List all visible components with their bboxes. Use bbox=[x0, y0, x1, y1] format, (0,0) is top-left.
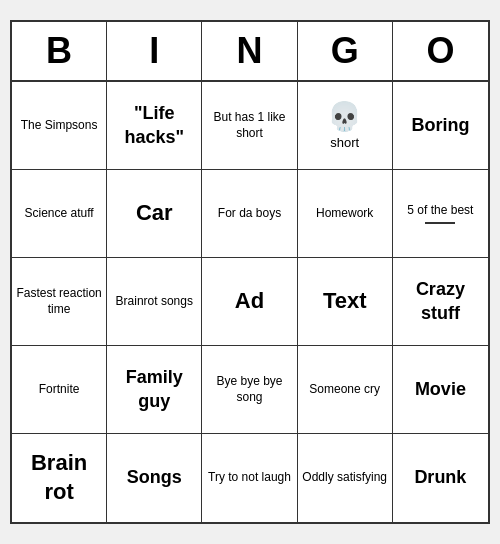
bingo-cell: Car bbox=[107, 170, 202, 258]
bingo-cell: Bye bye bye song bbox=[202, 346, 297, 434]
bingo-cell: Movie bbox=[393, 346, 488, 434]
bingo-cell: Oddly satisfying bbox=[298, 434, 393, 522]
bingo-cell: Fastest reaction time bbox=[12, 258, 107, 346]
bingo-cell: Ad bbox=[202, 258, 297, 346]
bingo-card: B I N G O The Simpsons"Life hacks"But ha… bbox=[10, 20, 490, 524]
bingo-cell: Brainrot songs bbox=[107, 258, 202, 346]
bingo-cell: "Life hacks" bbox=[107, 82, 202, 170]
letter-o: O bbox=[393, 22, 488, 80]
bingo-cell: 💀short bbox=[298, 82, 393, 170]
bingo-cell: But has 1 like short bbox=[202, 82, 297, 170]
bingo-header: B I N G O bbox=[12, 22, 488, 82]
bingo-cell: Boring bbox=[393, 82, 488, 170]
bingo-cell: 5 of the best bbox=[393, 170, 488, 258]
bingo-cell: Songs bbox=[107, 434, 202, 522]
letter-n: N bbox=[202, 22, 297, 80]
letter-g: G bbox=[298, 22, 393, 80]
bingo-cell: Fortnite bbox=[12, 346, 107, 434]
bingo-cell: For da boys bbox=[202, 170, 297, 258]
bingo-cell: Someone cry bbox=[298, 346, 393, 434]
bingo-cell: Family guy bbox=[107, 346, 202, 434]
bingo-grid: The Simpsons"Life hacks"But has 1 like s… bbox=[12, 82, 488, 522]
bingo-cell: Crazy stuff bbox=[393, 258, 488, 346]
letter-i: I bbox=[107, 22, 202, 80]
bingo-cell: The Simpsons bbox=[12, 82, 107, 170]
bingo-cell: Science atuff bbox=[12, 170, 107, 258]
bingo-cell: Try to not laugh bbox=[202, 434, 297, 522]
bingo-cell: Text bbox=[298, 258, 393, 346]
letter-b: B bbox=[12, 22, 107, 80]
bingo-cell: Brain rot bbox=[12, 434, 107, 522]
bingo-cell: Homework bbox=[298, 170, 393, 258]
bingo-cell: Drunk bbox=[393, 434, 488, 522]
